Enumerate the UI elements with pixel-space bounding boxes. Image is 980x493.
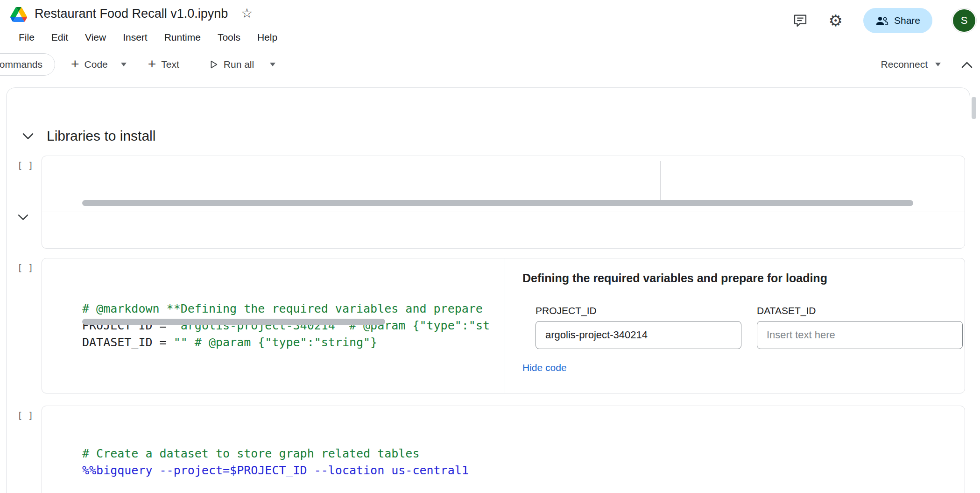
code-token: # Create a dataset to store graph relate…: [82, 447, 419, 460]
code-token: %%bigquery --project=$PROJECT_ID --locat…: [82, 464, 469, 477]
drive-logo-icon[interactable]: [10, 7, 27, 22]
run-all-dropdown-icon[interactable]: [270, 63, 275, 66]
menu-item-edit[interactable]: Edit: [43, 32, 77, 43]
project-id-input[interactable]: [536, 321, 741, 349]
menu-item-help[interactable]: Help: [249, 32, 286, 43]
code-token: DATASET_ID =: [82, 336, 174, 349]
share-button[interactable]: Share: [863, 8, 932, 33]
field-label: PROJECT_ID: [536, 305, 741, 316]
commands-button[interactable]: ommands: [0, 53, 55, 76]
code-editor[interactable]: # @title Libraries to install!pip instal…: [42, 156, 965, 212]
add-code-button[interactable]: + Code: [71, 58, 108, 71]
code-cell-1: [ ] # @title Libraries to install!pip in…: [42, 156, 965, 249]
code-line: [82, 479, 965, 493]
avatar[interactable]: S: [953, 9, 975, 32]
menu-item-tools[interactable]: Tools: [209, 32, 249, 43]
code-cell-2: [ ] # @markdown **Defining the required …: [42, 258, 965, 393]
header-actions: ⚙ Share S: [793, 7, 975, 34]
code-editor[interactable]: # @markdown **Defining the required vari…: [42, 258, 505, 393]
star-icon[interactable]: ☆: [241, 7, 253, 20]
share-label: Share: [894, 15, 920, 26]
notebook-content: Libraries to install [ ] # @title Librar…: [0, 79, 980, 493]
code-line: # Create a dataset to store graph relate…: [82, 445, 965, 462]
menu-item-insert[interactable]: Insert: [114, 32, 156, 43]
code-token: [82, 480, 89, 493]
notebook-card: Libraries to install [ ] # @title Librar…: [6, 87, 970, 493]
plus-icon: +: [148, 57, 156, 71]
hide-code-link[interactable]: Hide code: [522, 362, 567, 373]
dataset-id-input[interactable]: [757, 321, 963, 349]
code-token: 8.6 MB/s: [659, 248, 715, 249]
comments-icon[interactable]: [793, 13, 808, 28]
run-all-label: Run all: [224, 59, 254, 70]
section-collapse-chevron-icon[interactable]: [22, 132, 34, 140]
code-token: ━━━━━━━━━━━━━━━━━━━━━━━━━━━━━━━━━━━━━━━━…: [104, 248, 575, 249]
run-all-button[interactable]: Run all: [208, 59, 254, 70]
reconnect-button[interactable]: Reconnect: [881, 59, 928, 70]
add-code-dropdown-icon[interactable]: [121, 63, 127, 66]
commands-label: ommands: [0, 59, 42, 70]
cell-output: ━━━━━━━━━━━━━━━━━━━━━━━━━━━━━━━━━━━━━━━━…: [42, 212, 965, 249]
add-text-button[interactable]: + Text: [148, 58, 179, 71]
collapse-header-chevron-up-icon[interactable]: [961, 61, 973, 68]
code-token: "": [174, 336, 188, 349]
code-token: 0:00:00: [751, 248, 800, 249]
menu-item-file[interactable]: File: [10, 32, 43, 43]
code-token: # @param {"type":"string"}: [188, 336, 377, 349]
menu-item-runtime[interactable]: Runtime: [156, 32, 209, 43]
section-header: Libraries to install: [7, 88, 970, 145]
output-collapse-chevron-icon[interactable]: [17, 214, 29, 223]
notebook-toolbar: ommands + Code + Text Run all Reconnect: [0, 50, 980, 79]
code-line: DATASET_ID = "" # @param {"type":"string…: [82, 334, 505, 351]
settings-gear-icon[interactable]: ⚙: [828, 13, 842, 29]
app-header: Restaurant Food Recall v1.0.ipynb ☆ File…: [0, 0, 980, 50]
reconnect-dropdown-icon[interactable]: [935, 63, 941, 66]
code-token: # @markdown **Defining the required vari…: [82, 302, 483, 315]
column-guide: [660, 161, 661, 206]
params-form: Defining the required variables and prep…: [505, 258, 965, 393]
notebook-title[interactable]: Restaurant Food Recall v1.0.ipynb: [35, 7, 228, 21]
horizontal-scrollbar[interactable]: [82, 319, 385, 325]
code-token: [575, 248, 582, 249]
code-token: eta: [716, 248, 751, 249]
plus-icon: +: [71, 57, 79, 71]
menu-item-view[interactable]: View: [77, 32, 114, 43]
form-title: Defining the required variables and prep…: [522, 271, 963, 286]
code-token: [652, 248, 659, 249]
code-line: ━━━━━━━━━━━━━━━━━━━━━━━━━━━━━━━━━━━━━━━━…: [104, 247, 965, 249]
form-field-project-id: PROJECT_ID: [536, 305, 741, 349]
code-line: %%bigquery --project=$PROJECT_ID --locat…: [82, 462, 965, 479]
play-icon: [208, 59, 219, 70]
code-cell-3: [ ] # Create a dataset to store graph re…: [42, 406, 965, 493]
code-line: # @markdown **Defining the required vari…: [82, 300, 505, 317]
field-label: DATASET_ID: [757, 305, 963, 316]
people-icon: [875, 15, 888, 26]
section-title: Libraries to install: [47, 127, 155, 145]
code-editor[interactable]: # Create a dataset to store graph relate…: [42, 406, 965, 493]
code-token: 5.6/5.6 MB: [582, 248, 653, 249]
vertical-scrollbar[interactable]: [972, 97, 976, 119]
execution-indicator[interactable]: [ ]: [17, 263, 33, 273]
horizontal-scrollbar[interactable]: [82, 200, 913, 206]
execution-indicator[interactable]: [ ]: [17, 160, 33, 171]
execution-indicator[interactable]: [ ]: [17, 410, 33, 421]
add-code-label: Code: [85, 59, 108, 70]
reconnect-label: Reconnect: [881, 59, 928, 70]
form-field-dataset-id: DATASET_ID: [757, 305, 963, 349]
add-text-label: Text: [161, 59, 179, 70]
